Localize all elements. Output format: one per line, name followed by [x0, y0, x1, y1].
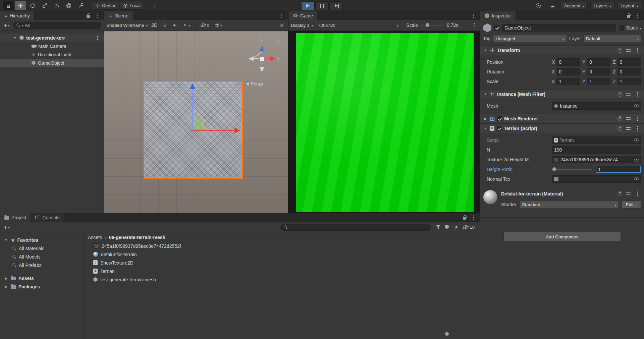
gizmo-x-axis[interactable] — [193, 130, 234, 131]
orientation-toggle-button[interactable]: Local — [120, 2, 144, 10]
project-menu-button[interactable] — [470, 215, 477, 220]
scene-effects-dropdown[interactable] — [181, 21, 192, 29]
scale-y-field[interactable]: 1 — [587, 78, 610, 85]
preset-icon[interactable] — [626, 92, 631, 96]
scene-camera-settings-button[interactable] — [278, 21, 286, 29]
help-icon[interactable] — [618, 126, 622, 131]
hierarchy-item-main-camera[interactable]: Main Camera — [0, 42, 104, 50]
foldout-icon[interactable] — [483, 127, 488, 130]
foldout-icon[interactable] — [483, 93, 488, 96]
shader-dropdown[interactable]: Standard — [519, 201, 619, 208]
view-tool-button[interactable] — [3, 1, 14, 10]
inspector-menu-button[interactable] — [634, 13, 641, 18]
slider-knob[interactable] — [426, 23, 429, 27]
axis-x-label[interactable]: X — [277, 56, 280, 61]
step-button[interactable] — [329, 1, 343, 10]
preset-icon[interactable] — [626, 48, 631, 52]
mesh-renderer-component-header[interactable]: Mesh Renderer — [480, 114, 644, 123]
layout-dropdown[interactable]: Layout — [617, 2, 641, 10]
material-menu-button[interactable] — [634, 191, 641, 196]
search-by-type-icon[interactable] — [436, 225, 440, 229]
height-ratio-field[interactable]: 1 — [596, 166, 641, 173]
gizmo-x-arrowhead[interactable] — [234, 127, 240, 133]
tab-console[interactable]: Console — [31, 213, 64, 222]
game-menu-button[interactable] — [470, 13, 477, 18]
n-field[interactable]: 100 — [552, 146, 641, 154]
grid-snapping-button[interactable] — [149, 1, 161, 10]
favorite-all-materials[interactable]: All Materials — [0, 244, 84, 252]
collab-button[interactable] — [533, 1, 544, 10]
favorites-header[interactable]: Favorites — [0, 236, 84, 244]
tag-dropdown[interactable]: Untagged — [493, 35, 567, 42]
asset-script-terrian[interactable]: Terrian — [84, 267, 480, 275]
z-axis-cone[interactable] — [260, 46, 264, 51]
slider-knob[interactable] — [445, 332, 449, 336]
asset-texture-245a1f[interactable]: 245a1f0f98937d95aec3e74472d2552f — [84, 242, 480, 250]
scene-row-menu-button[interactable] — [94, 35, 101, 41]
position-z-field[interactable]: 0 — [618, 58, 641, 66]
gizmo-z-axis[interactable] — [192, 89, 193, 130]
draw-mode-dropdown[interactable]: Shaded Wireframe — [106, 23, 148, 28]
component-enabled-checkbox[interactable] — [497, 116, 502, 121]
script-object-field[interactable]: Terrian — [552, 136, 641, 144]
gameobject-name-field[interactable]: GameObject — [502, 24, 616, 32]
active-checkbox[interactable] — [494, 25, 499, 31]
scene-grid-dropdown[interactable] — [213, 21, 223, 29]
hierarchy-scene-row[interactable]: test-generate-terr — [0, 34, 104, 42]
rect-tool-button[interactable] — [51, 1, 62, 10]
transform-component-header[interactable]: Transform — [480, 45, 644, 55]
material-preview-sphere[interactable] — [483, 190, 497, 204]
preset-icon[interactable] — [626, 117, 631, 121]
component-menu-button[interactable] — [634, 92, 641, 97]
saved-search-icon[interactable] — [454, 224, 459, 230]
project-lock-icon[interactable] — [463, 217, 466, 220]
component-menu-button[interactable] — [634, 116, 641, 121]
lock-icon[interactable] — [87, 15, 90, 18]
scene-lighting-button[interactable] — [161, 21, 169, 29]
component-menu-button[interactable] — [634, 48, 641, 53]
object-picker-icon[interactable] — [634, 177, 639, 181]
terrian-script-component-header[interactable]: Terrian (Script) — [480, 123, 644, 133]
rotation-z-field[interactable]: 0 — [618, 68, 641, 75]
scale-tool-button[interactable] — [39, 1, 50, 10]
create-asset-button[interactable] — [2, 223, 11, 231]
edit-shader-button[interactable]: Edit... — [622, 201, 641, 209]
foldout-icon[interactable] — [4, 238, 8, 242]
cloud-button[interactable] — [547, 1, 558, 10]
breadcrumb-current[interactable]: 06-generate-terrain-mesh — [109, 235, 165, 240]
rotation-x-field[interactable]: 0 — [556, 68, 580, 75]
layers-dropdown[interactable]: Layers — [590, 2, 614, 10]
mesh-object-field[interactable]: Instance — [552, 102, 641, 110]
scale-x-field[interactable]: 1 — [556, 78, 580, 85]
account-dropdown[interactable]: Account — [561, 2, 588, 10]
game-toolbar-menu-button[interactable] — [471, 22, 478, 28]
thumbnail-size-slider[interactable] — [442, 334, 466, 334]
hierarchy-item-gameobject[interactable]: GameObject — [0, 59, 104, 67]
foldout-icon[interactable] — [13, 36, 17, 40]
scene-visibility-button[interactable]: 0 — [199, 21, 211, 29]
help-icon[interactable] — [618, 48, 622, 53]
create-object-button[interactable] — [2, 21, 11, 29]
static-toggle[interactable]: Static — [619, 25, 641, 31]
foldout-icon[interactable] — [483, 117, 488, 120]
asset-scene-test-generate-terrain-mesh[interactable]: test-generate-terrain-mesh — [84, 275, 480, 284]
packages-folder-row[interactable]: Packages — [0, 282, 84, 291]
scale-z-field[interactable]: 1 — [618, 78, 641, 85]
gizmo-plane-handle[interactable] — [194, 119, 204, 129]
hidden-packages-toggle[interactable]: 10 — [463, 225, 475, 230]
toggle-2d-button[interactable]: 2D — [150, 21, 159, 29]
custom-tools-button[interactable] — [75, 1, 87, 10]
gizmo-z-arrowhead[interactable] — [190, 83, 196, 89]
foldout-icon[interactable] — [483, 49, 488, 52]
mesh-filter-component-header[interactable]: Instance (Mesh Filter) — [480, 89, 644, 99]
hierarchy-search-input[interactable]: All — [13, 22, 101, 29]
normal-tex-object-field[interactable] — [552, 175, 641, 183]
pivot-toggle-button[interactable]: Center — [92, 2, 119, 10]
add-component-button[interactable]: Add Component — [503, 232, 621, 242]
tab-game[interactable]: Game — [288, 11, 318, 20]
scene-menu-button[interactable] — [278, 13, 285, 18]
tab-scene[interactable]: Scene — [104, 11, 133, 20]
favorite-all-models[interactable]: All Models — [0, 252, 84, 261]
help-icon[interactable] — [618, 92, 622, 97]
rotate-tool-button[interactable] — [27, 1, 38, 10]
